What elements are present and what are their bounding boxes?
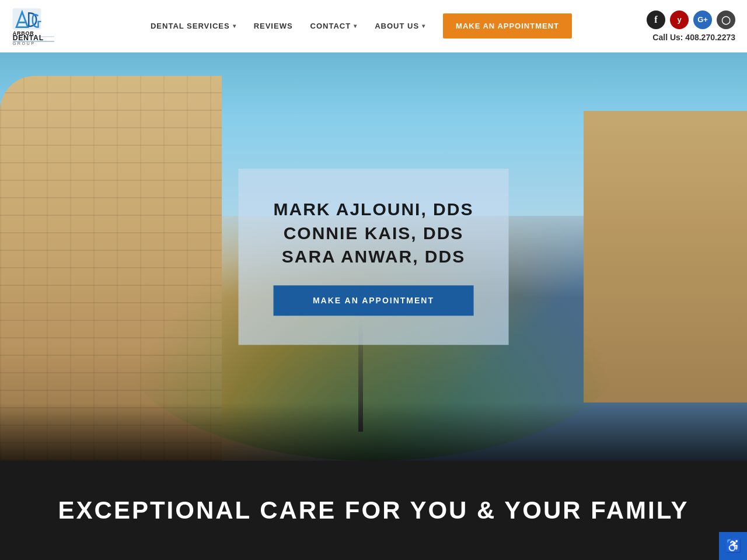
nav-contact[interactable]: CONTACT ▾	[310, 22, 358, 30]
facebook-icon[interactable]: f	[647, 10, 665, 29]
logo-area[interactable]: ARBOR DENTAL GROUP	[12, 6, 88, 47]
header-appointment-button[interactable]: MAKE AN APPOINTMENT	[443, 13, 572, 38]
header-right: f y G+ ◯ Call Us: 408.270.2273	[647, 10, 735, 42]
nav-reviews[interactable]: REVIEWS	[254, 22, 293, 30]
hero-section: MARK AJLOUNI, DDS CONNIE KAIS, DDS SARA …	[0, 52, 747, 461]
social-icons: f y G+ ◯	[647, 10, 735, 29]
bottom-section: EXCEPTIONAL CARE FOR YOU & YOUR FAMILY ♿	[0, 461, 747, 560]
hero-appointment-button[interactable]: MAKE AN APPOINTMENT	[274, 285, 474, 316]
phone-number: Call Us: 408.270.2273	[652, 33, 735, 42]
nav-about-us[interactable]: ABOUT US ▾	[375, 22, 425, 30]
bottom-heading: EXCEPTIONAL CARE FOR YOU & YOUR FAMILY	[58, 496, 689, 524]
google-icon[interactable]: G+	[693, 10, 712, 29]
nav-dental-services[interactable]: DENTAL SERVICES ▾	[151, 22, 236, 30]
site-logo[interactable]: ARBOR DENTAL GROUP	[12, 6, 88, 47]
hero-content-box: MARK AJLOUNI, DDS CONNIE KAIS, DDS SARA …	[239, 169, 509, 345]
doctor-names: MARK AJLOUNI, DDS CONNIE KAIS, DDS SARA …	[274, 198, 474, 269]
instagram-icon[interactable]: ◯	[717, 10, 735, 29]
contact-dropdown-arrow: ▾	[354, 23, 357, 29]
about-us-dropdown-arrow: ▾	[422, 23, 425, 29]
accessibility-button[interactable]: ♿	[719, 532, 747, 560]
site-header: ARBOR DENTAL GROUP DENTAL SERVICES ▾ REV…	[0, 0, 747, 52]
main-nav: DENTAL SERVICES ▾ REVIEWS CONTACT ▾ ABOU…	[88, 13, 635, 38]
accessibility-icon: ♿	[725, 538, 741, 554]
dental-services-dropdown-arrow: ▾	[233, 23, 236, 29]
yelp-icon[interactable]: y	[670, 10, 689, 29]
hero-bottom-overlay	[0, 402, 747, 461]
